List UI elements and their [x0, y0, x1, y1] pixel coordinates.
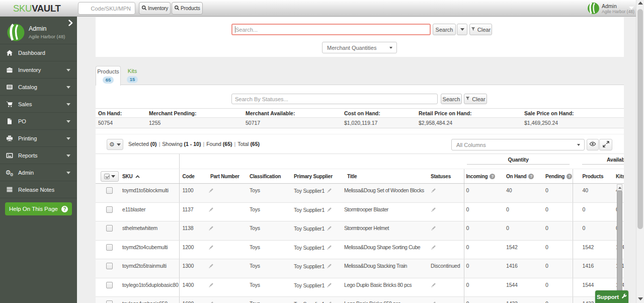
skuvault-ball-icon: [7, 23, 25, 42]
row-checkbox[interactable]: [106, 225, 113, 232]
search-options-button[interactable]: [457, 24, 467, 35]
edit-pencil-icon[interactable]: [327, 188, 333, 194]
sidebar-item-release-notes[interactable]: Release Notes: [0, 181, 77, 198]
row-checkbox[interactable]: [106, 244, 113, 251]
edit-pencil-icon[interactable]: [327, 283, 333, 289]
edit-pencil-icon[interactable]: [208, 226, 214, 232]
column-header-statuses[interactable]: Statuses: [428, 169, 464, 184]
help-icon[interactable]: ?: [528, 174, 534, 179]
inventory-search-button[interactable]: Inventory: [139, 2, 171, 15]
page-scroll-down-button[interactable]: [638, 297, 643, 300]
row-select-cell: [96, 259, 119, 278]
count-value: (0): [150, 141, 157, 147]
edit-pencil-icon[interactable]: [327, 226, 333, 232]
column-header-kits[interactable]: Kits: [613, 169, 624, 184]
edit-pencil-icon[interactable]: [431, 283, 437, 289]
document-icon: [6, 118, 13, 125]
column-header-sku[interactable]: SKU: [119, 169, 179, 184]
products-search-button[interactable]: Products: [172, 2, 203, 15]
table-row[interactable]: e11blaster1137ToysToy Supplier1Stormtroo…: [96, 202, 624, 221]
table-row[interactable]: toymd2to4cubemulti1200ToysToy Supplier1M…: [96, 240, 624, 259]
row-checkbox[interactable]: [106, 263, 113, 269]
status-search-input[interactable]: [231, 94, 438, 104]
tab-kits[interactable]: Kits 15: [122, 66, 142, 85]
sidebar-item-inventory[interactable]: Inventory: [0, 61, 77, 79]
status-search-button[interactable]: Search: [441, 94, 462, 104]
table-row[interactable]: toylego4upbasic6501600ToysToy Supplier1L…: [96, 297, 624, 303]
summary-value: $1,469,250.24: [524, 120, 558, 126]
eye-icon: [589, 140, 596, 149]
quick-search-input[interactable]: [231, 24, 431, 35]
column-header-title[interactable]: Title: [344, 169, 428, 184]
edit-pencil-icon[interactable]: [431, 245, 437, 251]
clear-button[interactable]: Clear: [469, 24, 492, 35]
column-header-incoming[interactable]: Incoming?: [464, 169, 503, 184]
sidebar-item-reports[interactable]: Reports: [0, 147, 77, 164]
sidebar-item-sales[interactable]: Sales: [0, 96, 77, 113]
printer-icon: [6, 135, 13, 142]
products-panel: Search Clear On Hand:Merchant Pending:Me…: [96, 85, 624, 303]
select-all-dropdown-button[interactable]: [101, 171, 119, 182]
fullscreen-button[interactable]: [599, 139, 612, 150]
edit-pencil-icon[interactable]: [208, 207, 214, 213]
sidebar-item-catalog[interactable]: Catalog: [0, 79, 77, 96]
help-icon[interactable]: ?: [567, 174, 572, 179]
support-button[interactable]: Support: [595, 290, 628, 303]
row-checkbox[interactable]: [106, 300, 113, 303]
column-header-products[interactable]: Products: [573, 169, 613, 184]
edit-pencil-icon[interactable]: [431, 188, 437, 194]
page-scrollbar-thumb[interactable]: [637, 9, 643, 229]
statuses-cell: [428, 221, 464, 241]
table-row[interactable]: sthelmetwhitem1138ToysToy Supplier1Storm…: [96, 221, 624, 241]
visibility-button[interactable]: [587, 139, 599, 150]
available-products-cell: 40: [573, 184, 613, 203]
tab-products[interactable]: Products 65: [96, 66, 121, 86]
pending-cell: 0: [542, 278, 573, 297]
edit-pencil-icon[interactable]: [208, 264, 214, 270]
edit-pencil-icon[interactable]: [431, 226, 437, 232]
table-row[interactable]: toylego1to5duplobasic801400ToysToy Suppl…: [96, 278, 624, 297]
edit-pencil-icon[interactable]: [208, 283, 214, 289]
sidebar-item-admin[interactable]: ⚙⚙Admin: [0, 164, 77, 181]
primary-supplier-cell: Toy Supplier1: [291, 259, 344, 278]
edit-pencil-icon[interactable]: [327, 207, 333, 213]
row-checkbox[interactable]: [106, 206, 113, 213]
title-cell: Melissa&Doug Set of Wooden Blocks: [344, 184, 428, 203]
page-scroll-up-button[interactable]: [638, 2, 643, 5]
grid-settings-button[interactable]: ⚙: [107, 139, 123, 150]
column-header-part-number[interactable]: Part Number: [207, 169, 247, 184]
table-row[interactable]: toymd1to5blockmulti1100ToysToy Supplier1…: [96, 184, 624, 203]
edit-pencil-icon[interactable]: [208, 188, 214, 194]
row-checkbox[interactable]: [106, 282, 113, 288]
columns-select[interactable]: All Columns: [451, 139, 585, 150]
code-sku-mpn-input[interactable]: [78, 2, 135, 15]
column-header-on-hand[interactable]: On Hand?: [503, 169, 542, 184]
help-icon[interactable]: ?: [490, 174, 495, 179]
table-row[interactable]: toymd2to5trainmulti1300ToysToy Supplier1…: [96, 259, 624, 278]
row-checkbox[interactable]: [106, 187, 113, 194]
primary-supplier-value: Toy Supplier1: [294, 263, 325, 269]
on-hand-cell: 0: [503, 221, 542, 241]
scroll-up-button[interactable]: [617, 184, 622, 191]
merchant-quantities-select[interactable]: Merchant Quantities: [322, 42, 397, 53]
edit-pencil-icon[interactable]: [431, 207, 437, 213]
sidebar-item-po[interactable]: PO: [0, 113, 77, 130]
sidebar-item-dashboard[interactable]: Dashboard: [0, 44, 77, 61]
sidebar-item-printing[interactable]: Printing: [0, 130, 77, 147]
group-empty: [179, 154, 464, 169]
collapse-chevron-icon[interactable]: [68, 20, 73, 26]
column-header-classification[interactable]: Classification: [247, 169, 291, 184]
column-header-pending[interactable]: Pending?: [542, 169, 573, 184]
column-header-code[interactable]: Code: [179, 169, 207, 184]
grid-scrollbar-thumb[interactable]: [617, 191, 622, 303]
search-button[interactable]: Search: [433, 24, 456, 35]
edit-pencil-icon[interactable]: [327, 245, 333, 251]
gear-icon: ⚙: [109, 141, 115, 147]
home-icon: [6, 49, 13, 56]
status-clear-button[interactable]: Clear: [464, 94, 487, 104]
help-on-this-page-button[interactable]: Help On This Page ?: [5, 202, 72, 215]
column-header-primary-supplier[interactable]: Primary Supplier: [291, 169, 344, 184]
edit-pencil-icon[interactable]: [327, 264, 333, 270]
classification-cell: Toys: [247, 221, 291, 241]
edit-pencil-icon[interactable]: [208, 245, 214, 251]
